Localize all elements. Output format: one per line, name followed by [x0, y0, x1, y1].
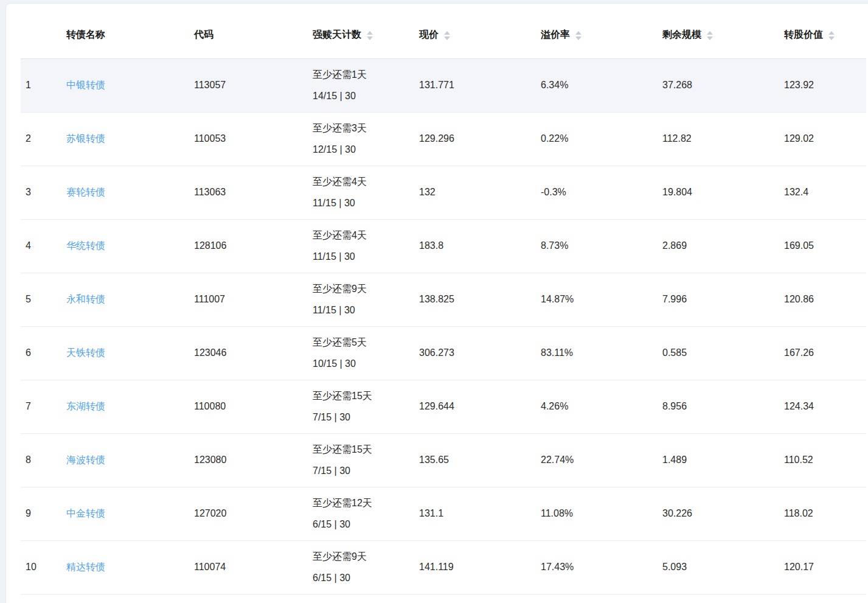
- remaining-size-cell: 5.093: [658, 540, 779, 594]
- bond-name-link[interactable]: 精达转债: [66, 562, 105, 572]
- table-row[interactable]: 6天铁转债123046至少还需5天10/15 | 30306.27383.11%…: [21, 326, 866, 380]
- remaining-size-cell: 0.585: [658, 326, 779, 380]
- redemption-count-cell: 至少还需12天6/15 | 30: [308, 487, 414, 540]
- conversion-value-cell: 120.17: [779, 540, 866, 594]
- current-price-cell: 141.119: [414, 540, 536, 594]
- caret-up-icon: [444, 31, 450, 35]
- row-index-cell: 10: [21, 540, 61, 594]
- column-header-premium[interactable]: 溢价率: [536, 4, 658, 58]
- column-header-value[interactable]: 转股价值: [779, 4, 866, 58]
- conversion-value-cell: 110.52: [779, 433, 866, 487]
- bond-name-cell: 海波转债: [61, 433, 189, 487]
- conversion-value-cell: 123.92: [779, 58, 866, 112]
- redemption-progress-text: 11/15 | 30: [313, 192, 414, 214]
- table-row[interactable]: 2苏银转债110053至少还需3天12/15 | 30129.2960.22%1…: [21, 112, 866, 166]
- bond-table-card: 转债名称代码强赎天计数现价溢价率剩余规模转股价值 1中银转债113057至少还需…: [5, 3, 868, 603]
- remaining-size-cell: 7.996: [658, 273, 779, 326]
- current-price-cell: 129.644: [414, 380, 536, 433]
- table-row[interactable]: 1中银转债113057至少还需1天14/15 | 30131.7716.34%3…: [21, 58, 866, 112]
- sort-icon[interactable]: [828, 31, 835, 40]
- remaining-size-cell: 112.82: [658, 112, 779, 166]
- premium-rate-cell: 22.74%: [536, 433, 658, 487]
- bond-name-link[interactable]: 中银转债: [66, 80, 105, 90]
- sort-icon[interactable]: [367, 31, 373, 40]
- bond-name-cell: 苏银转债: [61, 112, 189, 166]
- current-price-cell: 129.296: [414, 112, 536, 166]
- bond-code-cell: 110074: [189, 540, 308, 594]
- redemption-progress-text: 6/15 | 30: [313, 514, 414, 535]
- conversion-value-cell: 167.26: [779, 326, 866, 380]
- redemption-days-text: 至少还需15天: [313, 439, 414, 460]
- column-header-redemption[interactable]: 强赎天计数: [308, 4, 414, 58]
- redemption-days-text: 至少还需4天: [313, 171, 414, 192]
- bond-code-cell: 123080: [189, 433, 308, 487]
- caret-down-icon: [828, 37, 835, 40]
- redemption-count-cell: 至少还需9天11/15 | 30: [308, 273, 414, 326]
- table-row[interactable]: 8海波转债123080至少还需15天7/15 | 30135.6522.74%1…: [21, 433, 866, 487]
- caret-down-icon: [575, 37, 582, 40]
- bond-code-cell: 110053: [189, 112, 308, 166]
- bond-name-link[interactable]: 永和转债: [66, 294, 105, 304]
- conversion-value-cell: 132.4: [779, 166, 866, 219]
- remaining-size-cell: 37.268: [658, 58, 779, 112]
- bond-name-cell: 永和转债: [61, 273, 189, 326]
- column-header-code: 代码: [189, 4, 308, 58]
- column-header-remaining[interactable]: 剩余规模: [658, 4, 779, 58]
- sort-icon[interactable]: [444, 31, 450, 40]
- bond-name-cell: 赛轮转债: [61, 166, 189, 219]
- redemption-days-text: 至少还需1天: [313, 64, 414, 85]
- sort-icon[interactable]: [575, 31, 582, 40]
- redemption-progress-text: 11/15 | 30: [313, 299, 414, 321]
- bond-name-link[interactable]: 海波转债: [66, 455, 105, 465]
- bond-name-link[interactable]: 苏银转债: [66, 133, 105, 144]
- premium-rate-cell: 0.22%: [536, 112, 658, 166]
- table-row[interactable]: 10精达转债110074至少还需9天6/15 | 30141.11917.43%…: [21, 540, 866, 594]
- table-row[interactable]: 5永和转债111007至少还需9天11/15 | 30138.82514.87%…: [21, 273, 866, 326]
- redemption-count-cell: 至少还需5天10/15 | 30: [308, 326, 414, 380]
- column-header-idx: [21, 4, 61, 58]
- column-header-price[interactable]: 现价: [414, 4, 536, 58]
- sort-icon[interactable]: [707, 31, 713, 40]
- column-label-code: 代码: [194, 29, 214, 41]
- current-price-cell: 131.1: [414, 487, 536, 540]
- table-row[interactable]: 4华统转债128106至少还需4天11/15 | 30183.88.73%2.8…: [21, 219, 866, 273]
- remaining-size-cell: 8.956: [658, 380, 779, 433]
- row-index-cell: 5: [21, 273, 61, 326]
- row-index-cell: 3: [21, 166, 61, 219]
- caret-up-icon: [367, 31, 373, 35]
- redemption-progress-text: 6/15 | 30: [313, 567, 414, 588]
- premium-rate-cell: 83.11%: [536, 326, 658, 380]
- redemption-progress-text: 11/15 | 30: [313, 246, 414, 267]
- redemption-progress-text: 7/15 | 30: [313, 406, 414, 428]
- row-index-cell: 1: [21, 58, 61, 112]
- column-label-premium: 溢价率: [541, 29, 570, 41]
- bond-name-link[interactable]: 东湖转债: [66, 401, 105, 411]
- bond-table: 转债名称代码强赎天计数现价溢价率剩余规模转股价值 1中银转债113057至少还需…: [21, 4, 866, 594]
- bond-code-cell: 123046: [189, 326, 308, 380]
- table-body: 1中银转债113057至少还需1天14/15 | 30131.7716.34%3…: [21, 58, 866, 594]
- current-price-cell: 138.825: [414, 273, 536, 326]
- redemption-progress-text: 12/15 | 30: [313, 139, 414, 160]
- redemption-progress-text: 7/15 | 30: [313, 460, 414, 481]
- table-row[interactable]: 9中金转债127020至少还需12天6/15 | 30131.111.08%30…: [21, 487, 866, 540]
- conversion-value-cell: 120.86: [779, 273, 866, 326]
- bond-name-link[interactable]: 天铁转债: [66, 347, 105, 358]
- redemption-count-cell: 至少还需1天14/15 | 30: [308, 58, 414, 112]
- bond-name-link[interactable]: 中金转债: [66, 508, 105, 518]
- table-row[interactable]: 7东湖转债110080至少还需15天7/15 | 30129.6444.26%8…: [21, 380, 866, 433]
- redemption-days-text: 至少还需5天: [313, 332, 414, 353]
- current-price-cell: 135.65: [414, 433, 536, 487]
- caret-down-icon: [444, 37, 450, 40]
- premium-rate-cell: -0.3%: [536, 166, 658, 219]
- current-price-cell: 306.273: [414, 326, 536, 380]
- bond-name-link[interactable]: 赛轮转债: [66, 187, 105, 197]
- table-row[interactable]: 3赛轮转债113063至少还需4天11/15 | 30132-0.3%19.80…: [21, 166, 866, 219]
- premium-rate-cell: 4.26%: [536, 380, 658, 433]
- caret-down-icon: [367, 37, 373, 40]
- row-index-cell: 6: [21, 326, 61, 380]
- bond-name-cell: 东湖转债: [61, 380, 189, 433]
- bond-name-link[interactable]: 华统转债: [66, 240, 105, 251]
- redemption-count-cell: 至少还需9天6/15 | 30: [308, 540, 414, 594]
- redemption-count-cell: 至少还需4天11/15 | 30: [308, 219, 414, 273]
- current-price-cell: 183.8: [414, 219, 536, 273]
